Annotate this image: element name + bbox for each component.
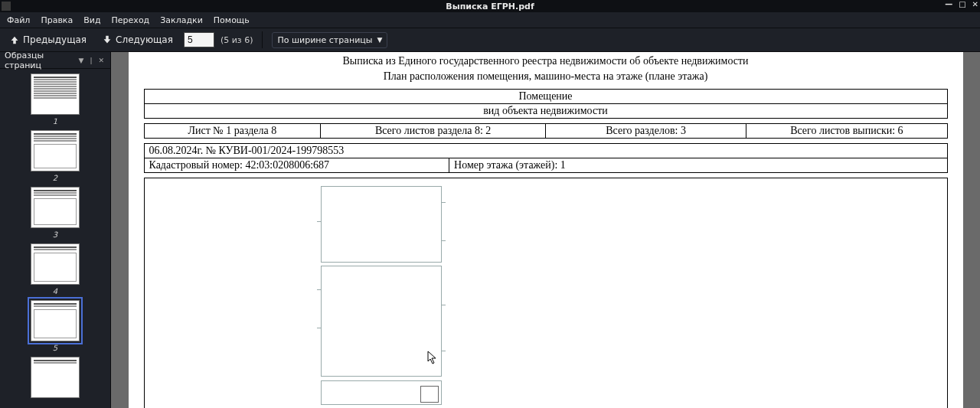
menu-bookmarks[interactable]: Закладки: [155, 14, 208, 27]
pdf-page: Выписка из Единого государственного реес…: [129, 52, 963, 408]
floor-plan-drawing: [321, 183, 443, 405]
zoom-select[interactable]: По ширине страницы ▼: [272, 32, 387, 48]
window-minimize-button[interactable]: —: [945, 0, 952, 8]
thumbnail-page-5[interactable]: [31, 300, 80, 341]
thumbnail-label: 1: [53, 117, 57, 126]
cadastral-number: Кадастровый номер: 42:03:0208006:687: [144, 158, 449, 173]
thumbnail-page-2[interactable]: [31, 130, 80, 171]
floor-plan-container: [144, 178, 948, 408]
chevron-down-icon[interactable]: ▼: [77, 57, 85, 64]
menu-go[interactable]: Переход: [106, 14, 155, 27]
date-ref: 06.08.2024г. № КУВИ-001/2024-199798553: [144, 144, 947, 158]
page-number-input[interactable]: [184, 32, 214, 47]
doc-subtitle: План расположения помещения, машино-мест…: [144, 70, 948, 83]
prev-page-button[interactable]: Предыдущая: [5, 32, 91, 47]
sheet-col1: Лист № 1 раздела 8: [144, 124, 321, 139]
plan-room: [321, 186, 442, 263]
floor-number: Номер этажа (этажей): 1: [449, 158, 947, 173]
reference-table: 06.08.2024г. № КУВИ-001/2024-199798553 К…: [144, 143, 948, 173]
object-type-desc: вид объекта недвижимости: [144, 104, 947, 119]
toolbar: Предыдущая Следующая (5 из 6) По ширине …: [0, 28, 980, 52]
window-maximize-button[interactable]: □: [959, 0, 965, 8]
thumbnail-page-1[interactable]: [31, 73, 80, 115]
toolbar-separator: [262, 31, 263, 48]
sheet-col2: Всего листов раздела 8: 2: [321, 124, 546, 139]
plan-room: [420, 386, 439, 403]
menu-view[interactable]: Вид: [78, 14, 106, 27]
sheet-col3: Всего разделов: 3: [545, 124, 746, 139]
prev-page-label: Предыдущая: [23, 34, 87, 45]
plan-room: [321, 266, 442, 377]
doc-title: Выписка из Единого государственного реес…: [144, 55, 948, 67]
thumbnails-panel-title: Образцы страниц: [5, 51, 70, 70]
menu-file[interactable]: Файл: [2, 14, 35, 27]
thumbnails-scroll[interactable]: 1 2 3 4: [0, 69, 110, 408]
thumbnail-label: 5: [53, 344, 57, 352]
page-view[interactable]: Выписка из Единого государственного реес…: [111, 52, 980, 408]
object-type-table: Помещение вид объекта недвижимости: [144, 89, 948, 119]
thumbnails-panel: Образцы страниц ▼ | ✕ 1 2: [0, 52, 111, 408]
menu-help[interactable]: Помощь: [208, 14, 255, 27]
arrow-down-icon: [102, 34, 113, 45]
thumbnail-label: 3: [53, 230, 57, 239]
next-page-button[interactable]: Следующая: [97, 32, 178, 47]
window-title: Выписка ЕГРН.pdf: [446, 2, 534, 11]
thumbnail-page-3[interactable]: [31, 187, 80, 228]
thumbnail-label: 2: [53, 174, 57, 182]
next-page-label: Следующая: [116, 34, 173, 45]
arrow-up-icon: [9, 34, 20, 45]
menu-edit[interactable]: Правка: [35, 14, 78, 27]
sheet-col4: Всего листов выписки: 6: [746, 124, 947, 139]
chevron-down-icon: ▼: [377, 36, 382, 44]
app-icon: [2, 2, 11, 11]
window-close-button[interactable]: ✕: [972, 0, 978, 8]
object-type-header: Помещение: [144, 90, 947, 104]
zoom-select-label: По ширине страницы: [277, 35, 372, 45]
close-panel-icon[interactable]: ✕: [96, 57, 106, 64]
sheet-info-table: Лист № 1 раздела 8 Всего листов раздела …: [144, 123, 948, 139]
panel-divider: |: [88, 57, 93, 64]
thumbnail-page-6[interactable]: [31, 357, 80, 398]
page-count-label: (5 из 6): [220, 35, 253, 45]
thumbnail-label: 4: [53, 287, 57, 295]
menubar: Файл Правка Вид Переход Закладки Помощь: [0, 12, 980, 28]
thumbnail-page-4[interactable]: [31, 243, 80, 285]
